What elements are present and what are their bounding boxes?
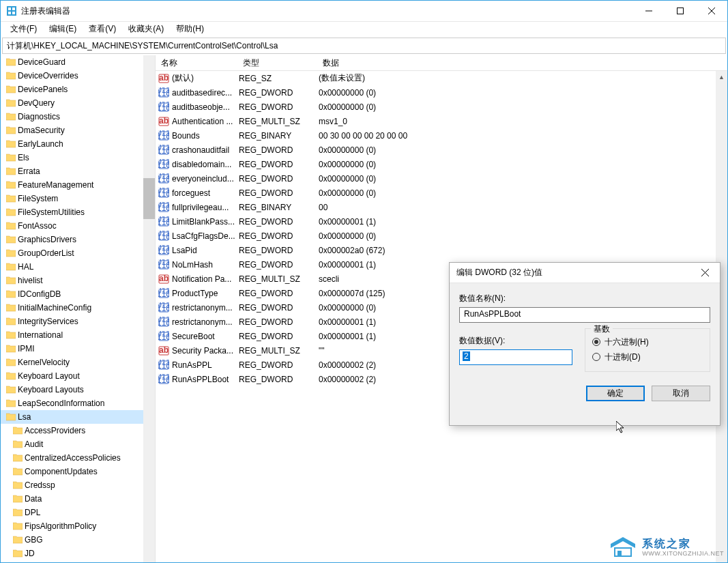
value-name: Security Packa... <box>172 346 239 356</box>
tree-item[interactable]: FileSystem <box>1 192 143 205</box>
tree-item-label: ComponentUpdates <box>25 467 98 476</box>
value-data: 00 <box>319 203 727 212</box>
value-type: REG_DWORD <box>239 88 319 98</box>
value-type: REG_DWORD <box>239 260 319 270</box>
header-type[interactable]: 类型 <box>237 55 317 71</box>
tree-item[interactable]: EarlyLaunch <box>1 137 143 151</box>
tree-item[interactable]: Keyboard Layouts <box>1 383 143 396</box>
dialog-title: 编辑 DWORD (32 位)值 <box>456 267 697 278</box>
tree-item-label: FipsAlgorithmPolicy <box>25 521 96 531</box>
value-row[interactable]: 011110everyoneinclud...REG_DWORD0x000000… <box>156 171 727 186</box>
value-row[interactable]: 011110fullprivilegeau...REG_BINARY00 <box>156 200 727 214</box>
radio-hex[interactable]: 十六进制(H) <box>592 334 703 349</box>
tree-item[interactable]: IPMI <box>1 342 143 356</box>
tree-item[interactable]: FeatureManagement <box>1 178 143 192</box>
tree-item[interactable]: FipsAlgorithmPolicy <box>1 519 143 533</box>
tree-item[interactable]: InitialMachineConfig <box>1 301 143 315</box>
dialog-close-button[interactable] <box>697 268 713 278</box>
tree-item[interactable]: IntegrityServices <box>1 315 143 328</box>
tree-item[interactable]: GBG <box>1 533 143 547</box>
tree-item[interactable]: CentralizedAccessPolicies <box>1 451 143 465</box>
tree-item[interactable]: JD <box>1 547 143 560</box>
menu-view[interactable]: 查看(V) <box>83 22 121 36</box>
tree-item[interactable]: Lsa <box>1 410 143 424</box>
tree-item[interactable]: IDConfigDB <box>1 287 143 301</box>
watermark-logo-icon <box>608 536 638 559</box>
value-name: restrictanonym... <box>172 303 239 313</box>
maximize-button[interactable] <box>665 1 696 21</box>
tree-item[interactable]: GroupOrderList <box>1 246 143 260</box>
window-title: 注册表编辑器 <box>21 5 633 17</box>
tree-item[interactable]: DevQuery <box>1 96 143 110</box>
tree-panel[interactable]: DeviceGuardDeviceOverridesDevicePanelsDe… <box>1 55 156 562</box>
value-row[interactable]: abAuthentication ...REG_MULTI_SZmsv1_0 <box>156 114 727 128</box>
tree-item[interactable]: LeapSecondInformation <box>1 396 143 410</box>
tree-item[interactable]: Els <box>1 151 143 164</box>
tree-item[interactable]: DeviceOverrides <box>1 69 143 83</box>
address-bar[interactable]: 计算机\HKEY_LOCAL_MACHINE\SYSTEM\CurrentCon… <box>2 38 726 54</box>
scrollbar-thumb[interactable] <box>143 178 155 219</box>
header-data[interactable]: 数据 <box>317 55 727 71</box>
tree-item-label: GroupOrderList <box>18 248 74 258</box>
tree-item-label: DmaSecurity <box>18 126 65 135</box>
ok-button[interactable]: 确定 <box>586 386 645 401</box>
tree-item[interactable]: ComponentUpdates <box>1 465 143 478</box>
tree-item[interactable]: International <box>1 328 143 342</box>
tree-item[interactable]: hivelist <box>1 274 143 287</box>
close-button[interactable] <box>696 1 727 21</box>
radio-dec[interactable]: 十进制(D) <box>592 349 703 364</box>
minimize-button[interactable] <box>633 1 665 21</box>
tree-item-label: DPL <box>25 508 40 517</box>
value-row[interactable]: 011110disabledomain...REG_DWORD0x0000000… <box>156 157 727 171</box>
tree-item[interactable]: DevicePanels <box>1 83 143 96</box>
value-row[interactable]: 011110LimitBlankPass...REG_DWORD0x000000… <box>156 214 727 229</box>
value-data: 00 30 00 00 00 20 00 00 <box>319 131 727 141</box>
value-row[interactable]: 011110auditbaseobje...REG_DWORD0x0000000… <box>156 100 727 114</box>
tree-item[interactable]: GraphicsDrivers <box>1 233 143 246</box>
tree-item[interactable]: FileSystemUtilities <box>1 205 143 219</box>
value-type: REG_MULTI_SZ <box>239 117 319 126</box>
tree-item[interactable]: DeviceGuard <box>1 55 143 69</box>
scroll-up-icon[interactable]: ▲ <box>716 71 727 83</box>
titlebar[interactable]: 注册表编辑器 <box>1 1 727 21</box>
menu-edit[interactable]: 编辑(E) <box>44 22 82 36</box>
tree-item[interactable]: Keyboard Layout <box>1 369 143 383</box>
tree-item[interactable]: Diagnostics <box>1 110 143 124</box>
value-name: (默认) <box>172 72 239 84</box>
value-row[interactable]: ab(默认)REG_SZ(数值未设置) <box>156 71 727 85</box>
tree-item[interactable]: Data <box>1 492 143 506</box>
tree-item[interactable]: HAL <box>1 260 143 274</box>
svg-text:110: 110 <box>158 203 169 213</box>
tree-item[interactable]: DmaSecurity <box>1 124 143 137</box>
menu-favorites[interactable]: 收藏夹(A) <box>123 22 169 36</box>
maximize-icon <box>677 8 684 14</box>
value-row[interactable]: 011110LsaPidREG_DWORD0x000002a0 (672) <box>156 243 727 257</box>
dialog-titlebar[interactable]: 编辑 DWORD (32 位)值 <box>450 263 720 283</box>
value-row[interactable]: 011110forceguestREG_DWORD0x00000000 (0) <box>156 186 727 200</box>
tree-item[interactable]: AccessProviders <box>1 424 143 437</box>
app-icon <box>6 5 17 16</box>
tree-item[interactable]: FontAssoc <box>1 219 143 233</box>
svg-text:110: 110 <box>158 218 169 227</box>
value-data: 0x00000000 (0) <box>319 188 727 198</box>
svg-text:110: 110 <box>158 160 169 170</box>
tree-item[interactable]: Credssp <box>1 478 143 492</box>
tree-scrollbar[interactable] <box>143 55 155 562</box>
value-row[interactable]: 011110LsaCfgFlagsDe...REG_DWORD0x0000000… <box>156 229 727 243</box>
tree-item[interactable]: DPL <box>1 506 143 519</box>
tree-item[interactable]: Errata <box>1 164 143 178</box>
menu-help[interactable]: 帮助(H) <box>171 22 209 36</box>
tree-item[interactable]: KernelVelocity <box>1 356 143 369</box>
tree-item-label: LeapSecondInformation <box>18 399 104 408</box>
value-row[interactable]: 011110crashonauditfailREG_DWORD0x0000000… <box>156 143 727 157</box>
value-name-input[interactable]: RunAsPPLBoot <box>459 307 710 323</box>
cancel-button[interactable]: 取消 <box>652 386 710 401</box>
value-row[interactable]: 011110BoundsREG_BINARY00 30 00 00 00 20 … <box>156 128 727 143</box>
value-name: SecureBoot <box>172 332 239 341</box>
menubar: 文件(F) 编辑(E) 查看(V) 收藏夹(A) 帮助(H) <box>1 21 727 36</box>
tree-item[interactable]: Audit <box>1 437 143 451</box>
value-data-input[interactable]: 2 <box>459 349 572 365</box>
header-name[interactable]: 名称 <box>156 55 237 71</box>
value-row[interactable]: 011110auditbasedirec...REG_DWORD0x000000… <box>156 85 727 100</box>
menu-file[interactable]: 文件(F) <box>5 22 42 36</box>
